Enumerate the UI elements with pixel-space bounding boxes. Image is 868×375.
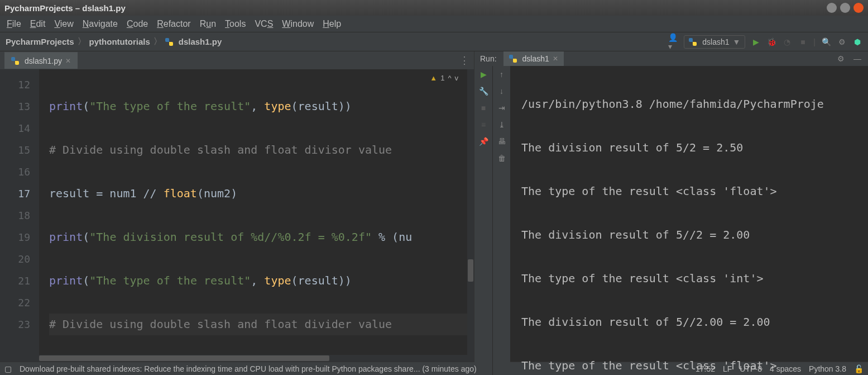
coverage-button[interactable]: ◔ xyxy=(782,37,792,47)
menu-refactor[interactable]: Refactor xyxy=(154,17,194,31)
close-icon[interactable]: ✕ xyxy=(65,57,71,65)
breadcrumb: PycharmProjects 〉 pythontutorials 〉 dsla… xyxy=(6,36,222,47)
collapse-up-icon[interactable]: ^ xyxy=(448,74,451,82)
window-maximize-button[interactable] xyxy=(840,3,850,13)
gear-icon[interactable]: ⚙ xyxy=(836,54,846,64)
python-file-icon xyxy=(11,57,19,65)
window-close-button[interactable] xyxy=(853,3,864,13)
run-configuration-selector[interactable]: dslash1 ▼ xyxy=(684,35,745,49)
menu-window[interactable]: Window xyxy=(279,17,317,31)
run-tab-label: dslash1 xyxy=(522,54,549,63)
down-arrow-icon[interactable]: ↓ xyxy=(497,86,507,96)
editor-tab-dslash1[interactable]: dslash1.py ✕ xyxy=(4,52,78,69)
run-panel-header: Run: dslash1 ✕ ⚙ — xyxy=(474,51,868,66)
menu-run[interactable]: Run xyxy=(196,17,219,31)
menu-file[interactable]: File xyxy=(3,17,25,31)
breadcrumb-sep: 〉 xyxy=(154,36,162,47)
menu-code[interactable]: Code xyxy=(123,17,151,31)
trash-icon[interactable]: 🗑 xyxy=(497,153,507,163)
run-tab-dslash1[interactable]: dslash1 ✕ xyxy=(503,51,564,66)
edit-config-icon[interactable]: 🔧 xyxy=(478,86,488,96)
scroll-end-icon[interactable]: ⤓ xyxy=(497,120,507,130)
window-title: PycharmProjects – dslash1.py xyxy=(4,3,126,13)
run-button[interactable]: ▶ xyxy=(751,37,761,47)
code-area[interactable]: 121314 151617 181920 212223 print("The t… xyxy=(0,69,474,362)
status-indent[interactable]: 4 spaces xyxy=(770,364,801,373)
rerun-button[interactable]: ▶ xyxy=(478,69,488,79)
up-arrow-icon[interactable]: ↑ xyxy=(497,69,507,79)
close-icon[interactable]: ✕ xyxy=(553,55,558,63)
status-message[interactable]: Download pre-built shared indexes: Reduc… xyxy=(20,364,477,373)
run-config-name: dslash1 xyxy=(702,37,729,46)
python-icon xyxy=(509,55,517,63)
status-python[interactable]: Python 3.8 xyxy=(809,364,846,373)
tab-overflow-icon[interactable]: ⋮ xyxy=(459,54,469,67)
print-icon[interactable]: 🖶 xyxy=(497,136,507,146)
run-output[interactable]: /usr/bin/python3.8 /home/fahmida/Pycharm… xyxy=(510,66,868,375)
breadcrumb-project[interactable]: PycharmProjects xyxy=(6,37,74,46)
stop-button[interactable]: ■ xyxy=(798,37,808,47)
python-file-icon xyxy=(165,38,173,46)
python-icon xyxy=(689,38,697,46)
line-gutter: 121314 151617 181920 212223 xyxy=(0,69,39,362)
menu-view[interactable]: View xyxy=(51,17,76,31)
minimize-panel-icon[interactable]: — xyxy=(852,54,862,64)
soft-wrap-icon[interactable]: ⇥ xyxy=(497,103,507,113)
warning-icon: ▲ xyxy=(430,74,437,82)
navigation-bar: PycharmProjects 〉 pythontutorials 〉 dsla… xyxy=(0,32,868,51)
menu-help[interactable]: Help xyxy=(319,17,344,31)
menu-navigate[interactable]: Navigate xyxy=(79,17,121,31)
status-line-sep[interactable]: LF xyxy=(723,364,732,373)
add-user-icon[interactable]: 👤▾ xyxy=(668,37,678,47)
pin-icon[interactable]: 📌 xyxy=(478,136,488,146)
run-panel: Run: dslash1 ✕ ⚙ — ▶ 🔧 ■ ≡ 📌 ↑ ↓ ⇥ ⤓ xyxy=(474,51,868,362)
inspection-badge[interactable]: ▲ 1 ^ v xyxy=(430,74,458,82)
tool-window-bars-icon[interactable]: ▢ xyxy=(4,364,12,373)
shield-icon[interactable]: ⬢ xyxy=(852,37,862,47)
settings-icon[interactable]: ⚙ xyxy=(837,37,847,47)
breadcrumb-file[interactable]: dslash1.py xyxy=(179,37,222,46)
stop-button[interactable]: ■ xyxy=(478,103,488,113)
collapse-down-icon[interactable]: v xyxy=(455,74,459,82)
editor-pane: dslash1.py ✕ ⋮ 121314 151617 181920 2122… xyxy=(0,51,474,362)
breadcrumb-folder[interactable]: pythontutorials xyxy=(89,37,150,46)
menubar: File Edit View Navigate Code Refactor Ru… xyxy=(0,16,868,32)
editor-scrollbar-vertical[interactable] xyxy=(467,69,474,362)
code-content[interactable]: print("The type of the result", type(res… xyxy=(39,69,474,362)
lock-icon[interactable]: 🔓 xyxy=(854,364,864,373)
debug-button[interactable]: 🐞 xyxy=(766,37,776,47)
status-encoding[interactable]: UTF-8 xyxy=(740,364,762,373)
editor-tabs: dslash1.py ✕ ⋮ xyxy=(0,51,474,69)
window-minimize-button[interactable] xyxy=(827,3,837,13)
tab-label: dslash1.py xyxy=(25,56,62,65)
run-toolbar-left: ▶ 🔧 ■ ≡ 📌 xyxy=(474,66,492,375)
menu-tools[interactable]: Tools xyxy=(222,17,249,31)
titlebar: PycharmProjects – dslash1.py xyxy=(0,0,868,16)
menu-edit[interactable]: Edit xyxy=(27,17,49,31)
run-toolbar-right: ↑ ↓ ⇥ ⤓ 🖶 🗑 xyxy=(492,66,510,375)
dump-threads-icon[interactable]: ≡ xyxy=(478,120,488,130)
search-icon[interactable]: 🔍 xyxy=(821,37,831,47)
status-time[interactable]: 17:52 xyxy=(696,364,715,373)
editor-scrollbar-horizontal[interactable] xyxy=(39,355,467,362)
chevron-down-icon: ▼ xyxy=(733,37,741,46)
run-label: Run: xyxy=(480,54,497,63)
breadcrumb-sep: 〉 xyxy=(78,36,86,47)
menu-vcs[interactable]: VCS xyxy=(251,17,276,31)
